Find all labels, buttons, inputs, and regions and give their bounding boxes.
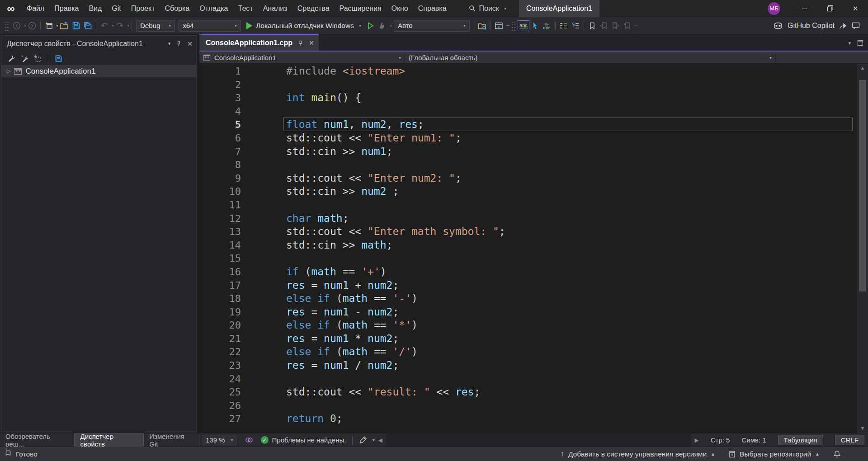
minimize-button[interactable]: ─ [792, 0, 817, 17]
next-bookmark-icon[interactable] [610, 19, 622, 32]
toggle-bookmark-icon[interactable] [586, 19, 598, 32]
search-dropdown-icon[interactable]: ▾ [504, 6, 506, 11]
code-line-4[interactable] [286, 105, 856, 118]
code-line-15[interactable] [286, 252, 856, 265]
code-line-1[interactable]: #include <iostream> [286, 65, 856, 78]
solution-configuration-combo[interactable]: Debug ▾ [136, 20, 175, 32]
menu-вид[interactable]: Вид [84, 0, 107, 17]
hot-reload-dropdown-icon[interactable]: ▾ [390, 23, 392, 28]
properties-wrench-icon[interactable] [5, 52, 17, 65]
feedback-icon[interactable] [852, 22, 860, 29]
add-to-source-control-button[interactable]: ↑ Добавить в систему управления версиями… [556, 447, 720, 461]
pin-icon[interactable] [176, 41, 182, 47]
code-editor[interactable]: 1234567891011121314151617181920212223242… [199, 64, 868, 433]
code-line-17[interactable]: res = num1 + num2; [286, 279, 856, 292]
code-line-18[interactable]: else if (math == '-') [286, 292, 856, 306]
code-line-24[interactable] [286, 372, 856, 386]
navigate-to-abc-icon[interactable]: abc [518, 20, 529, 31]
code-cleanup-button[interactable]: ▾ [359, 436, 374, 444]
new-project-icon[interactable] [43, 19, 55, 32]
github-copilot-button[interactable]: GitHub Copilot [773, 22, 865, 30]
scroll-left-icon[interactable]: ◀ [374, 437, 386, 443]
close-button[interactable]: ✕ [843, 0, 868, 17]
code-line-21[interactable]: res = num1 * num2; [286, 332, 856, 346]
document-list-dropdown-icon[interactable]: ▾ [848, 40, 851, 46]
add-new-project-property-icon[interactable] [19, 52, 30, 65]
code-line-9[interactable]: std::cout << "Enter num2: "; [286, 172, 856, 185]
code-line-12[interactable]: char math; [286, 212, 856, 226]
toolbar-grip[interactable] [5, 21, 9, 31]
previous-bookmark-icon[interactable] [598, 19, 610, 32]
navigate-back-icon[interactable] [11, 19, 23, 32]
code-line-11[interactable] [286, 198, 856, 212]
horizontal-scrollbar[interactable]: ◀ ▶ [374, 433, 702, 447]
indentation-indicator[interactable]: Табуляция [778, 435, 823, 445]
tool-tab-изменения-git[interactable]: Изменения Git [144, 433, 199, 447]
watch-mode-combo[interactable]: Авто ▾ [394, 20, 470, 32]
save-all-icon[interactable] [82, 19, 94, 32]
menu-файл[interactable]: Файл [22, 0, 49, 17]
vertical-scrollbar-thumb[interactable] [859, 80, 866, 292]
code-line-10[interactable]: std::cin >> num2 ; [286, 185, 856, 198]
start-debugging-button[interactable]: Локальный отладчик Windows ▾ [243, 22, 365, 30]
scroll-up-icon[interactable]: ▲ [860, 64, 865, 72]
code-line-8[interactable] [286, 158, 856, 172]
code-line-25[interactable]: std::cout << "result: " << res; [286, 386, 856, 399]
vertical-scrollbar[interactable]: ▲ ▼ [857, 64, 868, 433]
problems-status[interactable]: ✓ Проблемы не найдены. [261, 436, 346, 444]
scroll-right-icon[interactable]: ▶ [691, 437, 702, 443]
active-document-badge[interactable]: ConsoleApplication1 [519, 0, 599, 17]
open-folder-icon[interactable] [58, 19, 70, 32]
code-line-23[interactable]: res = num1 / num2; [286, 359, 856, 372]
horizontal-scrollbar-track[interactable] [386, 433, 691, 447]
column-indicator[interactable]: Симв: 1 [741, 436, 766, 444]
search-box[interactable]: Поиск ▾ [464, 2, 511, 15]
menu-расширения[interactable]: Расширения [335, 0, 387, 17]
menu-git[interactable]: Git [107, 0, 126, 17]
bookmark-overflow-icon[interactable]: ─ [635, 23, 638, 28]
menu-тест[interactable]: Тест [233, 0, 258, 17]
menu-окно[interactable]: Окно [387, 0, 413, 17]
code-line-27[interactable]: return 0; [286, 412, 856, 426]
tab-consoleapplication1-cpp[interactable]: ConsoleApplication1.cpp ✕ [199, 34, 319, 51]
window-position-dropdown-icon[interactable]: ▾ [168, 41, 171, 47]
tab-pin-icon[interactable] [298, 40, 303, 46]
window-dropdown-icon[interactable]: ─ [506, 23, 509, 28]
menu-анализ[interactable]: Анализ [258, 0, 292, 17]
solution-platform-combo[interactable]: x64 ▾ [179, 20, 241, 32]
code-line-16[interactable]: if (math == '+') [286, 265, 856, 279]
user-avatar[interactable]: МБ [768, 2, 780, 15]
share-icon[interactable] [839, 22, 847, 29]
code-line-19[interactable]: res = num1 - num2; [286, 306, 856, 319]
zoom-combo[interactable]: 139 % ▾ [202, 435, 237, 446]
expand-chevron-icon[interactable]: ▷ [7, 68, 10, 74]
notifications-button[interactable] [829, 447, 845, 461]
line-indicator[interactable]: Стр: 5 [711, 436, 730, 444]
code-line-7[interactable]: std::cin >> num1; [286, 145, 856, 159]
navigate-forward-icon[interactable] [26, 19, 38, 32]
add-existing-property-sheet-icon[interactable] [32, 52, 44, 65]
save-property-icon[interactable] [52, 52, 64, 65]
undo-icon[interactable]: ↶ [99, 19, 110, 32]
project-dropdown[interactable]: ++ ConsoleApplication1 ▾ [199, 52, 405, 63]
document-well-options-icon[interactable] [857, 40, 863, 46]
format-document-icon[interactable] [541, 19, 553, 32]
code-line-13[interactable]: std::cout << "Enter math symbol: "; [286, 225, 856, 239]
scroll-down-icon[interactable]: ▼ [860, 424, 865, 432]
tab-close-icon[interactable]: ✕ [309, 39, 314, 47]
redo-icon[interactable]: ↷ [114, 19, 126, 32]
scope-dropdown[interactable]: (Глобальная область) ▾ [405, 52, 776, 63]
code-line-22[interactable]: else if (math == '/') [286, 345, 856, 359]
line-numbers-icon[interactable] [570, 19, 581, 32]
code-line-20[interactable]: else if (math == '*') [286, 319, 856, 332]
intellicode-icon[interactable] [245, 436, 253, 444]
select-repository-button[interactable]: Выбрать репозиторий ▲ [724, 447, 824, 461]
selection-cursor-icon[interactable] [529, 19, 541, 32]
tool-tab-обозреватель-реш-[interactable]: Обозреватель реш... [0, 433, 75, 447]
code-line-2[interactable] [286, 78, 856, 92]
code-line-3[interactable]: int main() { [286, 91, 856, 105]
close-panel-icon[interactable]: ✕ [187, 40, 193, 47]
save-icon[interactable] [70, 19, 82, 32]
start-without-debugging-icon[interactable] [365, 19, 377, 32]
tree-item-consoleapplication1[interactable]: ▷ ++ ConsoleApplication1 [1, 65, 196, 77]
